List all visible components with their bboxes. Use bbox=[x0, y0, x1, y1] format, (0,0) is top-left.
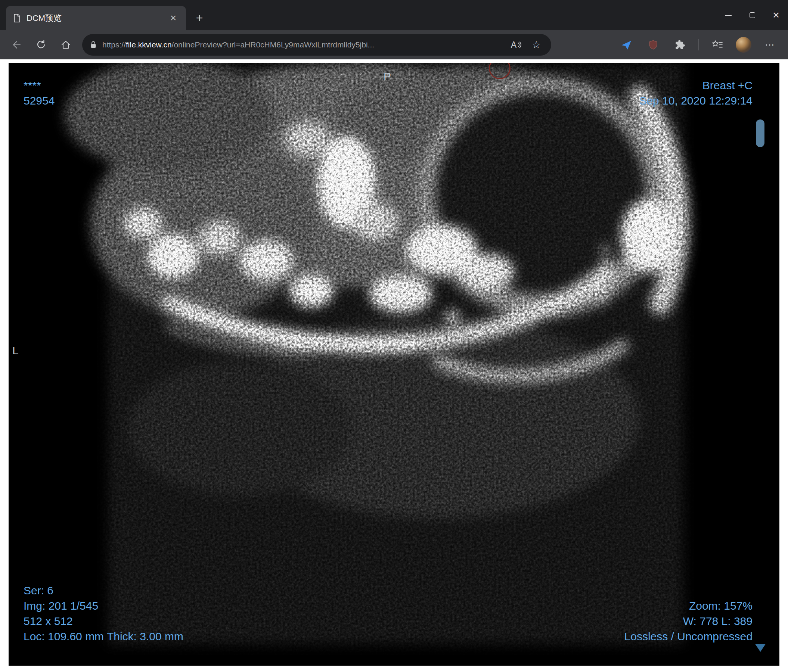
study-datetime: Sep 10, 2020 12:29:14 bbox=[639, 93, 753, 108]
mri-image bbox=[9, 63, 779, 666]
series-number: Ser: 6 bbox=[24, 583, 183, 598]
zoom-level: Zoom: 157% bbox=[624, 598, 753, 613]
page-background: **** 52954 P L Breast +C Sep 10, 2020 12… bbox=[0, 59, 788, 672]
matrix-size: 512 x 512 bbox=[24, 613, 183, 629]
maximize-button[interactable] bbox=[740, 0, 764, 30]
window-level: W: 778 L: 389 bbox=[624, 613, 753, 629]
url-path: /onlinePreview?url=aHR0cHM6Ly9maWxlLmtrd… bbox=[172, 40, 375, 49]
study-description: Breast +C bbox=[639, 78, 753, 93]
overlay-study-block: Breast +C Sep 10, 2020 12:29:14 bbox=[639, 78, 753, 108]
patient-number: 52954 bbox=[24, 93, 54, 108]
slice-location: Loc: 109.60 mm Thick: 3.00 mm bbox=[24, 629, 183, 644]
toolbar-divider bbox=[698, 39, 699, 51]
minimize-button[interactable] bbox=[716, 0, 740, 30]
tab-close-icon[interactable]: ✕ bbox=[167, 11, 180, 25]
new-tab-button[interactable]: + bbox=[190, 8, 209, 28]
window-controls: ✕ bbox=[716, 0, 788, 30]
navigation-bar: https://file.kkview.cn/onlinePreview?url… bbox=[0, 30, 788, 59]
scrollbar-thumb[interactable] bbox=[756, 119, 764, 147]
refresh-button[interactable] bbox=[31, 35, 52, 55]
minimize-icon bbox=[725, 15, 732, 16]
browser-window: DCM预览 ✕ + ✕ bbox=[0, 0, 788, 672]
compression-info: Lossless / Uncompressed bbox=[624, 629, 753, 644]
document-favicon-icon bbox=[12, 13, 21, 23]
profile-avatar[interactable] bbox=[736, 37, 751, 52]
more-menu-icon[interactable]: ⋯ bbox=[761, 36, 778, 53]
sound-wave-icon bbox=[518, 41, 521, 49]
image-number: Img: 201 1/545 bbox=[24, 598, 183, 613]
url-host: file.kkview.cn bbox=[126, 40, 172, 49]
close-window-button[interactable]: ✕ bbox=[764, 0, 788, 30]
shield-extension-icon[interactable] bbox=[645, 36, 662, 53]
patient-id-masked: **** bbox=[24, 78, 54, 93]
favorite-star-icon[interactable]: ☆ bbox=[529, 36, 544, 53]
home-button[interactable] bbox=[55, 35, 76, 55]
tab-title: DCM预览 bbox=[27, 13, 161, 24]
orientation-marker-left: L bbox=[12, 343, 19, 358]
maximize-icon bbox=[750, 12, 755, 18]
scroll-down-arrow-icon[interactable] bbox=[755, 644, 766, 652]
refresh-icon bbox=[36, 40, 46, 50]
blue-extension-icon[interactable] bbox=[618, 36, 635, 53]
toolbar-extensions: ⋯ bbox=[618, 36, 782, 53]
url-text: https://file.kkview.cn/onlinePreview?url… bbox=[102, 40, 504, 49]
back-button[interactable] bbox=[6, 35, 27, 55]
read-aloud-icon: A bbox=[511, 40, 516, 50]
address-bar[interactable]: https://file.kkview.cn/onlinePreview?url… bbox=[82, 34, 551, 55]
back-arrow-icon bbox=[11, 40, 22, 50]
extensions-puzzle-icon[interactable] bbox=[672, 36, 689, 53]
favorites-hub-icon[interactable] bbox=[709, 36, 726, 53]
url-scheme: https:// bbox=[102, 40, 126, 49]
home-icon bbox=[60, 40, 71, 50]
titlebar: DCM预览 ✕ + ✕ bbox=[0, 0, 788, 30]
orientation-marker-posterior: P bbox=[384, 69, 391, 84]
lock-icon[interactable] bbox=[90, 41, 97, 49]
overlay-series-block: Ser: 6 Img: 201 1/545 512 x 512 Loc: 109… bbox=[24, 583, 183, 644]
read-aloud-button[interactable]: A bbox=[508, 36, 524, 53]
dicom-viewport[interactable]: **** 52954 P L Breast +C Sep 10, 2020 12… bbox=[9, 63, 779, 666]
overlay-patient-block: **** 52954 bbox=[24, 78, 54, 108]
browser-tab[interactable]: DCM预览 ✕ bbox=[6, 6, 186, 30]
overlay-display-block: Zoom: 157% W: 778 L: 389 Lossless / Unco… bbox=[624, 598, 753, 644]
